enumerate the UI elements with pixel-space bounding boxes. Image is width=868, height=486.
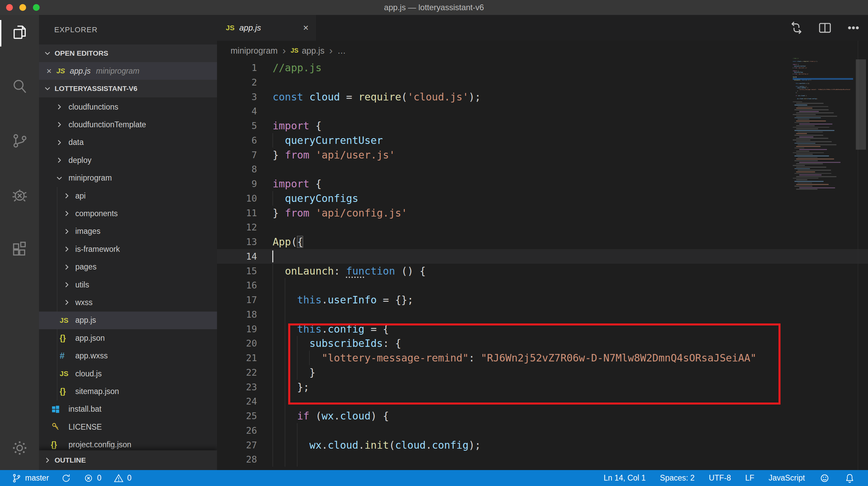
code-editor[interactable]: 1//app.js23const cloud = require('cloud.… [217, 60, 868, 470]
status-item-javascript[interactable]: JavaScript [769, 473, 805, 483]
status-item-warning[interactable]: 0 [114, 473, 132, 483]
line-number: 8 [217, 162, 257, 176]
code-line-6[interactable]: 6 queryCurrentUser [217, 133, 868, 148]
tree-item-wxss[interactable]: wxss [39, 294, 217, 311]
status-item-bell[interactable] [844, 473, 855, 484]
vscode-window: app.js — lotteryassistant-v6 EXPLORER [0, 0, 868, 486]
tree-item-sitemap-json[interactable]: {}sitemap.json [39, 382, 217, 400]
tree-item-label: cloudfunctionTemplate [68, 120, 146, 129]
status-item-branch[interactable]: master [12, 473, 49, 483]
code-line-1[interactable]: 1//app.js [217, 60, 868, 75]
code-line-14[interactable]: 14 [217, 249, 868, 264]
outline-header[interactable]: OUTLINE [39, 450, 217, 470]
code-line-16[interactable]: 16 [217, 278, 868, 293]
tree-item-cloudfunctiontemplate[interactable]: cloudfunctionTemplate [39, 116, 217, 133]
code-line-10[interactable]: 10 queryConfigs [217, 191, 868, 206]
chevron-right-icon [63, 210, 71, 217]
code-line-26[interactable]: 26 [217, 423, 868, 438]
chevron-right-icon: › [329, 45, 333, 56]
code-line-5[interactable]: 5import { [217, 118, 868, 133]
tree-item-images[interactable]: images [39, 223, 217, 240]
breadcrumb-file[interactable]: app.js [302, 46, 324, 56]
minimap[interactable]: //app.jsconst cloud = require('cloud.js'… [793, 58, 853, 190]
settings-gear-icon[interactable] [0, 431, 39, 465]
code-line-17[interactable]: 17 this.userInfo = {}; [217, 293, 868, 307]
feedback-smiley-icon[interactable] [819, 473, 830, 484]
status-item-error[interactable]: 0 [83, 473, 101, 483]
code-line-9[interactable]: 9import { [217, 176, 868, 191]
tree-item-components[interactable]: components [39, 205, 217, 222]
tab-appjs[interactable]: JS app.js × [217, 15, 316, 41]
tree-item-utils[interactable]: utils [39, 276, 217, 294]
code-line-13[interactable]: 13App({ [217, 235, 868, 249]
js-file-icon: JS [60, 316, 68, 324]
tree-item-app-wxss[interactable]: #app.wxss [39, 347, 217, 365]
close-editor-icon[interactable]: × [46, 66, 52, 76]
split-editor-icon[interactable] [817, 20, 833, 36]
breadcrumb-folder[interactable]: miniprogram [231, 46, 278, 56]
breadcrumb-symbol[interactable]: … [337, 46, 346, 56]
notifications-bell-icon[interactable] [844, 473, 855, 484]
tree-item-cloudfunctions[interactable]: cloudfunctions [39, 98, 217, 116]
line-number: 11 [217, 206, 257, 220]
status-item-utf-8[interactable]: UTF-8 [709, 473, 731, 483]
tree-item-cloud-js[interactable]: JScloud.js [39, 365, 217, 382]
tree-item-data[interactable]: data [39, 134, 217, 151]
tree-item-license[interactable]: LICENSE [39, 418, 217, 436]
project-root-header[interactable]: LOTTERYASSISTANT-V6 [39, 80, 217, 97]
status-right: Ln 14, Col 1Spaces: 2UTF-8LFJavaScript [604, 473, 855, 484]
tree-item-pages[interactable]: pages [39, 258, 217, 276]
tree-item-miniprogram[interactable]: miniprogram [39, 169, 217, 187]
tree-item-label: cloud.js [75, 369, 102, 378]
code-line-18[interactable]: 18 [217, 307, 868, 322]
source-control-icon[interactable] [0, 124, 39, 158]
js-file-icon: JS [291, 47, 298, 54]
explorer-icon[interactable] [0, 15, 39, 49]
tree-item-is-framework[interactable]: is-framework [39, 240, 217, 258]
status-item-lf[interactable]: LF [745, 473, 754, 483]
code-line-27[interactable]: 27 wx.cloud.init(cloud.config); [217, 438, 868, 452]
tree-item-label: deploy [68, 156, 92, 165]
extensions-icon[interactable] [0, 232, 39, 266]
code-line-11[interactable]: 11} from 'api/config.js' [217, 206, 868, 220]
status-item-spaces-2[interactable]: Spaces: 2 [660, 473, 694, 483]
tree-item-label: components [75, 209, 118, 218]
code-line-3[interactable]: 3const cloud = require('cloud.js'); [217, 90, 868, 104]
project-root-label: LOTTERYASSISTANT-V6 [55, 85, 137, 93]
js-file-icon: JS [226, 24, 235, 32]
code-line-4[interactable]: 4 [217, 104, 868, 118]
status-label: JavaScript [769, 473, 805, 483]
tree-item-deploy[interactable]: deploy [39, 151, 217, 169]
open-editors-header[interactable]: OPEN EDITORS [39, 44, 217, 62]
code-line-2[interactable]: 2 [217, 75, 868, 90]
chevron-down-icon [44, 50, 51, 57]
tree-item-api[interactable]: api [39, 187, 217, 205]
line-number: 24 [217, 394, 257, 409]
code-line-12[interactable]: 12 [217, 220, 868, 235]
scrollbar-thumb[interactable] [856, 59, 866, 150]
run-debug-icon[interactable] [0, 178, 39, 212]
close-tab-icon[interactable]: × [303, 22, 309, 33]
code-line-28[interactable]: 28 [217, 452, 868, 467]
search-icon[interactable] [0, 70, 39, 104]
tree-item-app-js[interactable]: JSapp.js [39, 312, 217, 329]
open-changes-icon[interactable] [789, 20, 804, 36]
tree-item-app-json[interactable]: {}app.json [39, 329, 217, 347]
status-item-sync[interactable] [61, 473, 71, 483]
tree-item-install-bat[interactable]: install.bat [39, 400, 217, 418]
tree-item-label: app.json [75, 334, 105, 343]
chevron-down-icon [56, 174, 63, 182]
code-line-15[interactable]: 15 onLaunch: function () { [217, 264, 868, 278]
code-line-25[interactable]: 25 if (wx.cloud) { [217, 409, 868, 423]
more-actions-icon[interactable] [846, 20, 861, 36]
line-number: 15 [217, 264, 257, 278]
tree-item-label: sitemap.json [75, 387, 119, 396]
tree-item-label: images [75, 227, 100, 236]
open-editor-item-appjs[interactable]: × JS app.js miniprogram [39, 62, 217, 80]
line-number: 13 [217, 235, 257, 249]
code-line-8[interactable]: 8 [217, 162, 868, 176]
code-line-7[interactable]: 7} from 'api/user.js' [217, 148, 868, 162]
status-item-ln-14-col-1[interactable]: Ln 14, Col 1 [604, 473, 646, 483]
errors-icon [83, 473, 94, 483]
status-item-smiley[interactable] [819, 473, 830, 484]
